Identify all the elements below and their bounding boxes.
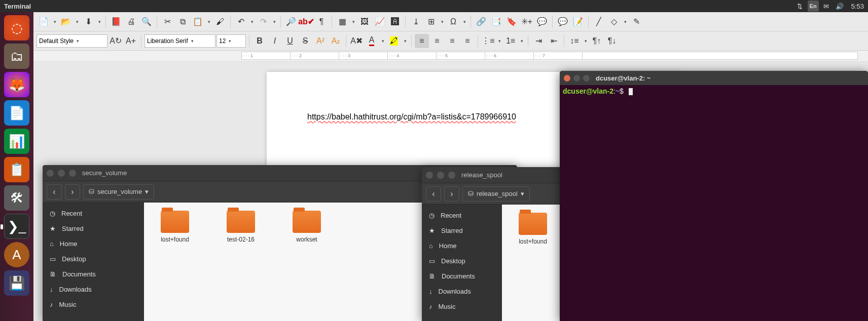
back-button[interactable]: ‹ xyxy=(426,186,441,202)
insert-special-char-button[interactable]: Ω xyxy=(446,15,460,29)
decrease-indent-button[interactable]: ⇤ xyxy=(547,34,561,48)
redo-button[interactable]: ↷ xyxy=(256,15,270,29)
fm2-content[interactable]: lost+found xyxy=(502,205,564,321)
decrease-para-spacing-button[interactable]: ¶↓ xyxy=(605,34,619,48)
undo-button[interactable]: ↶ xyxy=(234,15,248,29)
superscript-button[interactable]: A² xyxy=(313,34,328,48)
launcher-impress[interactable]: 📋 xyxy=(4,157,29,182)
forward-button[interactable]: › xyxy=(65,184,80,199)
increase-para-spacing-button[interactable]: ¶↑ xyxy=(590,34,604,48)
number-dropdown[interactable]: ▾ xyxy=(519,38,525,44)
number-list-button[interactable]: 1≡ xyxy=(503,34,518,48)
insert-table-button[interactable]: ▦ xyxy=(335,15,349,29)
path-button[interactable]: ⛁ release_spool ▾ xyxy=(462,186,530,202)
paste-dropdown[interactable]: ▾ xyxy=(206,19,212,24)
align-right-button[interactable]: ≡ xyxy=(445,34,459,48)
bold-button[interactable]: B xyxy=(252,34,267,48)
sidebar-recent[interactable]: ◷Recent xyxy=(422,208,502,223)
formatting-marks-button[interactable]: ¶ xyxy=(314,15,329,29)
back-button[interactable]: ‹ xyxy=(47,184,62,199)
insert-textbox-button[interactable]: 🅰 xyxy=(388,15,402,29)
show-changes-button[interactable]: 📝 xyxy=(571,15,585,29)
align-center-button[interactable]: ≡ xyxy=(430,34,444,48)
insert-chart-button[interactable]: 📈 xyxy=(373,15,387,29)
insert-footnote-button[interactable]: 📑 xyxy=(489,15,503,29)
sidebar-music[interactable]: ♪Music xyxy=(422,299,502,314)
folder-item[interactable]: lost+found xyxy=(510,213,556,245)
maximize-window-icon[interactable] xyxy=(583,75,590,82)
terminal-body[interactable]: dcuser@vlan-2:~$ xyxy=(560,85,868,97)
forward-button[interactable]: › xyxy=(444,186,459,202)
insert-bookmark-button[interactable]: 🔖 xyxy=(504,15,519,29)
find-replace-button[interactable]: 🔎 xyxy=(284,15,298,29)
insert-cross-reference-button[interactable]: ✳+ xyxy=(520,15,534,29)
align-justify-button[interactable]: ≡ xyxy=(460,34,475,48)
insert-hyperlink-button[interactable]: 🔗 xyxy=(474,15,488,29)
spellcheck-button[interactable]: ab✔ xyxy=(299,15,313,29)
paragraph-style-combo[interactable]: Default Style▾ xyxy=(37,34,107,48)
sidebar-recent[interactable]: ◷Recent xyxy=(43,206,144,221)
strikethrough-button[interactable]: S xyxy=(298,34,312,48)
save-dropdown[interactable]: ▾ xyxy=(96,19,102,24)
clear-formatting-button[interactable]: A✖ xyxy=(349,34,364,48)
show-draw-functions-button[interactable]: ✎ xyxy=(629,15,643,29)
close-window-icon[interactable] xyxy=(47,170,54,177)
draw-line-button[interactable]: ╱ xyxy=(592,15,606,29)
launcher-settings[interactable]: 🛠 xyxy=(4,185,29,211)
open-dropdown[interactable]: ▾ xyxy=(74,19,80,24)
save-button[interactable]: ⬇ xyxy=(81,15,95,29)
language-indicator[interactable]: En xyxy=(808,1,819,12)
print-preview-button[interactable]: 🔍 xyxy=(139,15,154,29)
italic-button[interactable]: I xyxy=(268,34,282,48)
sidebar-home[interactable]: ⌂Home xyxy=(422,238,502,253)
maximize-window-icon[interactable] xyxy=(69,170,76,177)
folder-item[interactable]: lost+found xyxy=(152,211,198,243)
print-button[interactable]: 🖨 xyxy=(124,15,138,29)
shapes-dropdown[interactable]: ▾ xyxy=(622,19,628,24)
font-size-combo[interactable]: 12▾ xyxy=(216,34,246,48)
sidebar-music[interactable]: ♪Music xyxy=(43,297,144,312)
subscript-button[interactable]: A₂ xyxy=(329,34,343,48)
launcher-writer[interactable]: 📄 xyxy=(4,100,29,126)
document-text[interactable]: https://babel.hathitrust.org/cgi/mb?a=li… xyxy=(307,112,516,121)
volume-icon[interactable]: 🔊 xyxy=(834,1,845,12)
network-icon[interactable]: ⇅ xyxy=(794,1,806,12)
insert-image-button[interactable]: 🖼 xyxy=(357,15,372,29)
folder-item[interactable]: test-02-16 xyxy=(218,211,264,243)
align-left-button[interactable]: ≡ xyxy=(415,34,429,48)
insert-comment-button[interactable]: 💬 xyxy=(535,15,549,29)
undo-dropdown[interactable]: ▾ xyxy=(249,19,255,24)
new-style-button[interactable]: A+ xyxy=(124,34,138,48)
open-button[interactable]: 📂 xyxy=(59,15,73,29)
sidebar-desktop[interactable]: ▭Desktop xyxy=(43,251,144,266)
line-spacing-button[interactable]: ↕≡ xyxy=(567,34,582,48)
export-pdf-button[interactable]: 📕 xyxy=(109,15,123,29)
bullet-dropdown[interactable]: ▾ xyxy=(496,38,502,44)
highlight-dropdown[interactable]: ▾ xyxy=(402,38,408,44)
files-window-release-spool[interactable]: release_spool ‹ › ⛁ release_spool ▾ ◷Rec… xyxy=(422,167,564,321)
fm2-titlebar[interactable]: release_spool xyxy=(422,167,564,183)
sidebar-home[interactable]: ⌂Home xyxy=(43,236,144,251)
terminal-window[interactable]: dcuser@vlan-2: ~ dcuser@vlan-2:~$ xyxy=(560,71,868,321)
ruler[interactable]: · · · 1· · · 2· · · 3· · · 4· · · 5· · ·… xyxy=(33,51,868,62)
sidebar-downloads[interactable]: ↓Downloads xyxy=(422,284,502,299)
track-changes-button[interactable]: 💬 xyxy=(556,15,570,29)
folder-item[interactable]: workset xyxy=(284,211,330,243)
cut-button[interactable]: ✂ xyxy=(160,15,174,29)
paste-button[interactable]: 📋 xyxy=(191,15,205,29)
sidebar-starred[interactable]: ★Starred xyxy=(422,223,502,238)
launcher-firefox[interactable]: 🦊 xyxy=(4,72,29,97)
sidebar-downloads[interactable]: ↓Downloads xyxy=(43,282,144,297)
clock[interactable]: 5:53 xyxy=(851,3,864,10)
sidebar-starred[interactable]: ★Starred xyxy=(43,221,144,236)
mail-icon[interactable]: ✉ xyxy=(821,1,832,12)
terminal-titlebar[interactable]: dcuser@vlan-2: ~ xyxy=(560,71,868,85)
close-window-icon[interactable] xyxy=(426,172,433,179)
underline-button[interactable]: U xyxy=(283,34,297,48)
update-style-button[interactable]: A↻ xyxy=(108,34,123,48)
launcher-files[interactable]: 🗂 xyxy=(4,44,29,69)
font-color-dropdown[interactable]: ▾ xyxy=(380,38,386,44)
launcher-terminal[interactable]: ❯_ xyxy=(4,214,29,239)
redo-dropdown[interactable]: ▾ xyxy=(271,19,277,24)
highlight-button[interactable]: 🖍 xyxy=(387,34,401,48)
